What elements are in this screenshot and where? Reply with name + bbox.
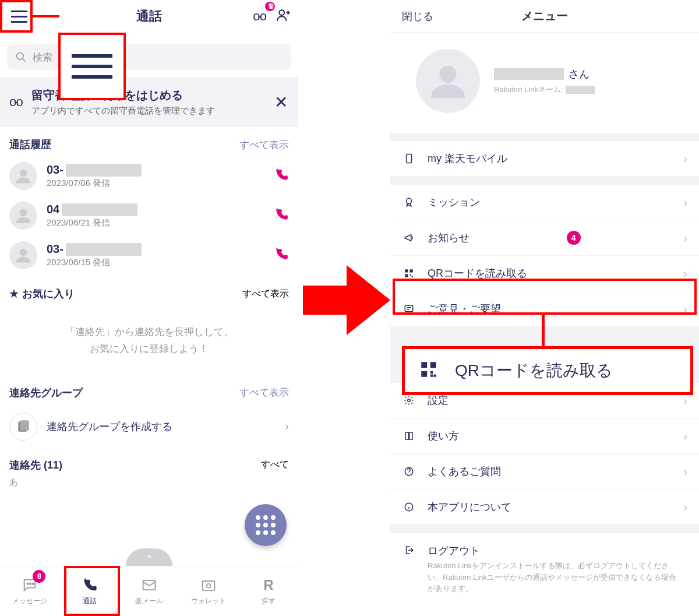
svg-rect-30: [430, 375, 433, 377]
chevron-right-icon: ›: [683, 196, 687, 209]
chevron-right-icon: ›: [683, 394, 687, 407]
menu-label: ログアウト: [428, 544, 678, 558]
call-button[interactable]: [274, 167, 289, 185]
menu-faq[interactable]: よくあるご質問 ›: [390, 454, 699, 490]
close-icon[interactable]: ✕: [274, 93, 288, 112]
menu-label: ミッション: [428, 195, 480, 209]
svg-point-8: [30, 583, 31, 585]
call-history-header: 通話履歴 すべて表示: [0, 127, 298, 156]
svg-rect-6: [20, 420, 29, 430]
tab-message[interactable]: メッセージ 8: [0, 566, 59, 616]
svg-point-15: [407, 198, 412, 203]
svg-point-3: [20, 209, 27, 217]
voicemail-banner-icon: o-o: [9, 94, 21, 110]
svg-rect-26: [430, 362, 436, 368]
qr-callout-label: QRコードを読み取る: [455, 360, 613, 382]
highlight-qr-item: [393, 279, 697, 315]
chevron-right-icon: ›: [683, 465, 687, 478]
svg-rect-16: [405, 269, 408, 272]
banner-subtitle: アプリ内ですべての留守番電話を管理できます: [31, 105, 215, 117]
svg-rect-14: [407, 154, 412, 163]
call-screen: 通話 o-o 50 検索 o-o 留守番電話の利用をはじめる アプリ内ですべての…: [0, 0, 298, 616]
profile-section[interactable]: さん Rakuten Linkネーム:: [390, 33, 699, 133]
show-all-favorites[interactable]: すべて表示: [242, 288, 289, 300]
menu-label: 設定: [428, 393, 449, 407]
menu-news[interactable]: お知らせ 4 ›: [390, 220, 699, 256]
call-date: 2023/06/21 発信: [47, 217, 137, 228]
call-button[interactable]: [274, 247, 289, 264]
menu-logout[interactable]: ログアウト Rakuten Linkをアンインストールする際は、必ずログアウトし…: [390, 533, 699, 605]
arrow-icon: [303, 262, 390, 338]
name-suffix: さん: [569, 67, 589, 81]
highlight-tab-call: [64, 566, 120, 616]
svg-point-2: [20, 170, 27, 177]
tab-search-label: 探す: [262, 596, 276, 606]
show-all-history[interactable]: すべて表示: [239, 138, 289, 152]
chevron-right-icon: ›: [683, 231, 687, 245]
svg-point-12: [207, 584, 211, 588]
avatar: [9, 162, 37, 190]
favorites-header: ★ お気に入り すべて表示: [0, 275, 298, 307]
contacts-header: 連絡先 (11) すべて: [0, 449, 298, 474]
tab-search[interactable]: R 探す: [239, 566, 298, 616]
menu-label: 本アプリについて: [428, 500, 511, 514]
book-icon: [402, 431, 416, 441]
kana-section: あ: [0, 474, 298, 490]
profile-avatar: [416, 49, 480, 113]
tab-wallet[interactable]: ウォレット: [179, 566, 238, 616]
menu-mission[interactable]: ミッション ›: [390, 185, 699, 220]
tab-bar: メッセージ 8 通話 楽メール ウォレット R 探す: [0, 566, 298, 616]
call-history-row[interactable]: 03- 2023/07/06 発信: [0, 156, 298, 196]
highlight-connector-vertical: [542, 315, 545, 350]
screen-title: 通話: [136, 8, 162, 25]
svg-point-9: [33, 583, 34, 585]
call-history-label: 通話履歴: [9, 138, 51, 152]
menu-howto[interactable]: 使い方 ›: [390, 418, 699, 454]
call-button[interactable]: [274, 207, 289, 224]
separator: [390, 525, 699, 533]
menu-label: お知らせ: [428, 231, 469, 245]
show-all-contacts[interactable]: すべて: [261, 459, 289, 471]
voicemail-icon[interactable]: o-o 50: [253, 9, 264, 24]
call-history-row[interactable]: 03- 2023/06/15 発信: [0, 235, 298, 275]
highlight-menu-small: [0, 0, 33, 33]
info-icon: [402, 502, 416, 512]
create-group-row[interactable]: 連絡先グループを作成する ›: [0, 404, 298, 449]
close-button[interactable]: 閉じる: [402, 9, 433, 23]
menu-label: 使い方: [428, 429, 459, 443]
chevron-right-icon: ›: [683, 501, 687, 514]
add-contact-icon[interactable]: [276, 8, 291, 25]
call-date: 2023/07/06 発信: [47, 178, 142, 189]
menu-label: よくあるご質問: [428, 464, 501, 478]
highlight-menu-large: [58, 33, 126, 100]
favorites-empty: 「連絡先」から連絡先を長押しして、 お気に入りに登録しよう！: [0, 307, 298, 375]
svg-rect-27: [421, 371, 427, 377]
phone-prefix: 03-: [47, 242, 63, 256]
svg-rect-17: [410, 269, 413, 272]
favorites-label: ★ お気に入り: [9, 287, 75, 301]
menu-about[interactable]: 本アプリについて ›: [390, 490, 699, 525]
svg-rect-11: [203, 581, 215, 590]
search-input[interactable]: 検索: [7, 44, 291, 70]
dialpad-fab[interactable]: [245, 504, 287, 546]
avatar: [9, 241, 37, 269]
chevron-right-icon: ›: [683, 152, 687, 166]
show-all-groups[interactable]: すべて表示: [239, 386, 289, 399]
svg-rect-28: [430, 371, 433, 374]
megaphone-icon: [402, 233, 416, 243]
voicemail-banner[interactable]: o-o 留守番電話の利用をはじめる アプリ内ですべての留守番電話を管理できます …: [0, 77, 298, 127]
logout-description: Rakuten Linkをアンインストールする際は、必ずログアウトしてください。…: [428, 560, 678, 594]
tab-mail[interactable]: 楽メール: [119, 566, 179, 616]
gear-icon: [402, 395, 416, 406]
drawer-handle[interactable]: ⌃: [126, 548, 172, 566]
phone-outline-icon: [402, 153, 416, 164]
svg-rect-25: [421, 362, 427, 368]
phone-prefix: 03-: [47, 163, 63, 177]
menu-my-rakuten[interactable]: my 楽天モバイル ›: [390, 141, 699, 177]
svg-point-13: [439, 66, 456, 83]
rakuten-icon: R: [263, 576, 273, 594]
highlight-connector: [30, 15, 59, 17]
create-group-label: 連絡先グループを作成する: [47, 420, 172, 434]
logout-icon: [402, 545, 416, 555]
call-history-row[interactable]: 04 2023/06/21 発信: [0, 196, 298, 235]
